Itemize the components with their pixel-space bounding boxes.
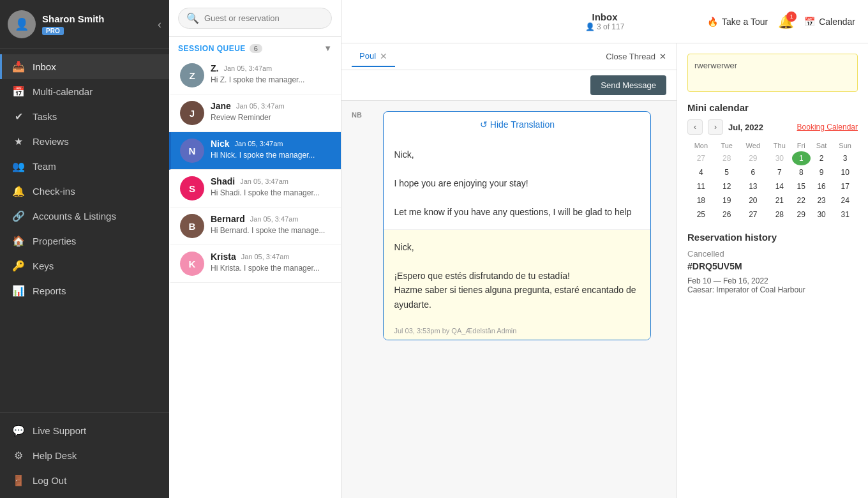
calendar-day-cell[interactable]: 3: [832, 151, 858, 165]
calendar-day-header: Sun: [832, 140, 858, 151]
session-queue-item-shadi[interactable]: S Shadi Jan 05, 3:47am Hi Shadi. I spoke…: [169, 170, 341, 207]
calendar-week-row: 45678910: [687, 165, 858, 179]
note-box: rwerwerwer: [687, 54, 858, 92]
calendar-day-cell[interactable]: 20: [739, 193, 767, 207]
calendar-day-cell[interactable]: 17: [832, 179, 858, 193]
search-box[interactable]: 🔍: [178, 8, 332, 29]
calendar-day-cell[interactable]: 28: [767, 207, 792, 222]
calendar-day-cell[interactable]: 12: [715, 179, 739, 193]
calendar-day-cell[interactable]: 8: [792, 165, 811, 179]
sq-item-name-nick: Nick: [211, 139, 230, 149]
calendar-day-cell[interactable]: 13: [739, 179, 767, 193]
check-ins-icon: 🔔: [12, 185, 25, 197]
calendar-day-header: Wed: [739, 140, 767, 151]
sidebar-item-reports[interactable]: 📊Reports: [0, 278, 169, 303]
calendar-day-cell[interactable]: 27: [739, 207, 767, 222]
calendar-day-cell[interactable]: 16: [811, 179, 832, 193]
sq-item-time-nick: Jan 05, 3:47am: [235, 140, 283, 147]
sidebar-item-team[interactable]: 👥Team: [0, 154, 169, 179]
calendar-day-cell[interactable]: 22: [792, 193, 811, 207]
accounts-listings-icon: 🔗: [12, 210, 25, 222]
reservation-dates: Feb 10 — Feb 16, 2022: [687, 276, 858, 285]
calendar-day-cell[interactable]: 28: [715, 151, 739, 165]
mini-cal-next-button[interactable]: ›: [708, 119, 723, 135]
sidebar-item-reviews[interactable]: ★Reviews: [0, 129, 169, 154]
send-message-button[interactable]: Send Message: [590, 75, 666, 95]
sidebar-footer-item-help-desk[interactable]: ⚙Help Desk: [0, 443, 169, 468]
inbox-title: Inbox: [525, 11, 685, 22]
calendar-day-cell[interactable]: 14: [767, 179, 792, 193]
calendar-day-cell[interactable]: 21: [767, 193, 792, 207]
calendar-day-cell[interactable]: 15: [792, 179, 811, 193]
sidebar-item-inbox[interactable]: 📥Inbox: [0, 54, 169, 79]
calendar-day-cell[interactable]: 1: [792, 151, 811, 165]
sidebar-item-label: Check-ins: [33, 186, 75, 197]
reservation-id: #DRQ5UV5M: [687, 261, 858, 271]
calendar-day-cell[interactable]: 31: [832, 207, 858, 222]
calendar-day-cell[interactable]: 24: [832, 193, 858, 207]
sq-item-time-jane: Jan 05, 3:47am: [236, 102, 285, 110]
reservation-history: Reservation history Cancelled #DRQ5UV5M …: [687, 232, 858, 294]
thread-content: NB ↺ Hide Translation Nick, I hope you a…: [341, 101, 677, 498]
calendar-day-cell[interactable]: 30: [811, 207, 832, 222]
calendar-day-cell[interactable]: 6: [739, 165, 767, 179]
reports-icon: 📊: [12, 285, 25, 297]
calendar-day-cell[interactable]: 2: [811, 151, 832, 165]
calendar-day-cell[interactable]: 18: [687, 193, 715, 207]
take-a-tour-button[interactable]: 🔥 Take a Tour: [707, 17, 768, 27]
sq-item-preview-jane: Review Reminder: [211, 113, 332, 122]
calendar-day-cell[interactable]: 27: [687, 151, 715, 165]
calendar-button[interactable]: 📅 Calendar: [804, 17, 855, 27]
sidebar-footer-item-log-out[interactable]: 🚪Log Out: [0, 468, 169, 493]
top-bar: Inbox 👤 3 of 117 🔥 Take a Tour 🔔 1 📅 Cal…: [341, 0, 868, 43]
sq-avatar-nick: N: [180, 139, 204, 163]
mini-calendar-header: ‹ › Jul, 2022 Booking Calendar: [687, 119, 858, 135]
close-tab-icon[interactable]: ✕: [380, 52, 387, 61]
mini-cal-prev-button[interactable]: ‹: [687, 119, 703, 135]
calendar-day-cell[interactable]: 26: [715, 207, 739, 222]
pro-badge: PRO: [42, 27, 64, 35]
search-input[interactable]: [204, 13, 324, 23]
message-meta: Jul 03, 3:53pm by QA_Ædelstān Admin: [384, 322, 650, 340]
calendar-day-cell[interactable]: 29: [739, 151, 767, 165]
sidebar-nav: 📥Inbox📅Multi-calendar✔Tasks★Reviews👥Team…: [0, 49, 169, 412]
calendar-day-cell[interactable]: 5: [715, 165, 739, 179]
notifications-button[interactable]: 🔔 1: [778, 14, 794, 29]
session-queue-item-z[interactable]: Z Z. Jan 05, 3:47am Hi Z. I spoke the ma…: [169, 57, 341, 94]
session-queue-item-krista[interactable]: K Krista Jan 05, 3:47am Hi Krista. I spo…: [169, 245, 341, 283]
calendar-day-cell[interactable]: 29: [792, 207, 811, 222]
hide-translation-button[interactable]: ↺ Hide Translation: [384, 112, 650, 137]
sq-item-content-nick: Nick Jan 05, 3:47am Hi Nick. I spoke the…: [211, 139, 332, 160]
sq-item-preview-bernard: Hi Bernard. I spoke the manage...: [211, 226, 332, 235]
calendar-body: 2728293012345678910111213141516171819202…: [687, 151, 858, 222]
sidebar-collapse-button[interactable]: ‹: [158, 18, 161, 31]
notification-badge: 1: [786, 11, 797, 22]
calendar-day-cell[interactable]: 4: [687, 165, 715, 179]
calendar-day-cell[interactable]: 9: [811, 165, 832, 179]
session-queue-item-bernard[interactable]: B Bernard Jan 05, 3:47am Hi Bernard. I s…: [169, 207, 341, 245]
sidebar-item-check-ins[interactable]: 🔔Check-ins: [0, 179, 169, 204]
calendar-day-cell[interactable]: 19: [715, 193, 739, 207]
sidebar-footer-label: Help Desk: [33, 450, 77, 461]
sidebar-item-accounts-listings[interactable]: 🔗Accounts & Listings: [0, 204, 169, 229]
main-content: Inbox 👤 3 of 117 🔥 Take a Tour 🔔 1 📅 Cal…: [341, 0, 868, 498]
sidebar-item-keys[interactable]: 🔑Keys: [0, 253, 169, 278]
calendar-day-cell[interactable]: 10: [832, 165, 858, 179]
session-queue-label: SESSION QUEUE: [178, 44, 246, 53]
calendar-day-cell[interactable]: 30: [767, 151, 792, 165]
calendar-day-cell[interactable]: 23: [811, 193, 832, 207]
calendar-day-cell[interactable]: 11: [687, 179, 715, 193]
booking-calendar-link[interactable]: Booking Calendar: [797, 123, 858, 132]
sidebar-item-properties[interactable]: 🏠Properties: [0, 229, 169, 253]
session-queue-item-jane[interactable]: J Jane Jan 05, 3:47am Review Reminder: [169, 94, 341, 132]
sq-item-content-jane: Jane Jan 05, 3:47am Review Reminder: [211, 101, 332, 122]
sidebar-item-multi-calendar[interactable]: 📅Multi-calendar: [0, 79, 169, 104]
session-queue-item-nick[interactable]: N Nick Jan 05, 3:47am Hi Nick. I spoke t…: [169, 132, 341, 170]
session-queue-expand-icon[interactable]: ▼: [324, 43, 332, 53]
sidebar-item-tasks[interactable]: ✔Tasks: [0, 104, 169, 129]
thread-tab-poul[interactable]: Poul ✕: [352, 46, 395, 67]
calendar-day-cell[interactable]: 25: [687, 207, 715, 222]
sidebar-footer-item-live-support[interactable]: 💬Live Support: [0, 418, 169, 443]
calendar-day-cell[interactable]: 7: [767, 165, 792, 179]
close-thread-button[interactable]: Close Thread ✕: [606, 52, 666, 61]
